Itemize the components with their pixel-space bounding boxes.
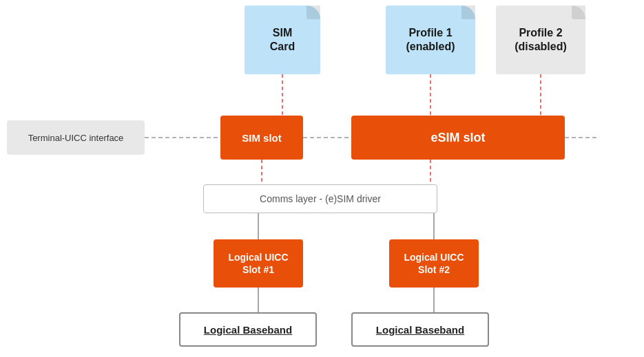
logical-baseband1: Logical Baseband — [179, 312, 317, 347]
baseband1-label: Logical Baseband — [204, 324, 292, 336]
luicc1-label: Logical UICCSlot #1 — [228, 251, 288, 276]
comms-label: Comms layer - (e)SIM driver — [260, 193, 381, 204]
logical-uicc-slot1: Logical UICCSlot #1 — [214, 239, 303, 288]
baseband2-label: Logical Baseband — [376, 324, 464, 336]
esim-slot-box: eSIM slot — [351, 116, 565, 160]
profile2-card: Profile 2(disabled) — [496, 6, 585, 74]
profile2-label: Profile 2(disabled) — [515, 26, 567, 54]
profile1-card: Profile 1(enabled) — [386, 6, 475, 74]
sim-slot-box: SIM slot — [220, 116, 303, 160]
luicc2-label: Logical UICCSlot #2 — [404, 251, 464, 276]
profile1-label: Profile 1(enabled) — [406, 26, 455, 54]
diagram: SIMCard Profile 1(enabled) Profile 2(dis… — [0, 0, 644, 357]
sim-card: SIMCard — [245, 6, 320, 74]
comms-layer-box: Comms layer - (e)SIM driver — [203, 184, 437, 213]
logical-baseband2: Logical Baseband — [351, 312, 489, 347]
sim-card-label: SIMCard — [270, 26, 295, 54]
logical-uicc-slot2: Logical UICCSlot #2 — [389, 239, 479, 288]
esim-slot-label: eSIM slot — [430, 131, 485, 145]
terminal-uicc-box: Terminal-UICC interface — [7, 120, 145, 155]
sim-slot-label: SIM slot — [242, 132, 282, 144]
terminal-label: Terminal-UICC interface — [28, 133, 124, 143]
